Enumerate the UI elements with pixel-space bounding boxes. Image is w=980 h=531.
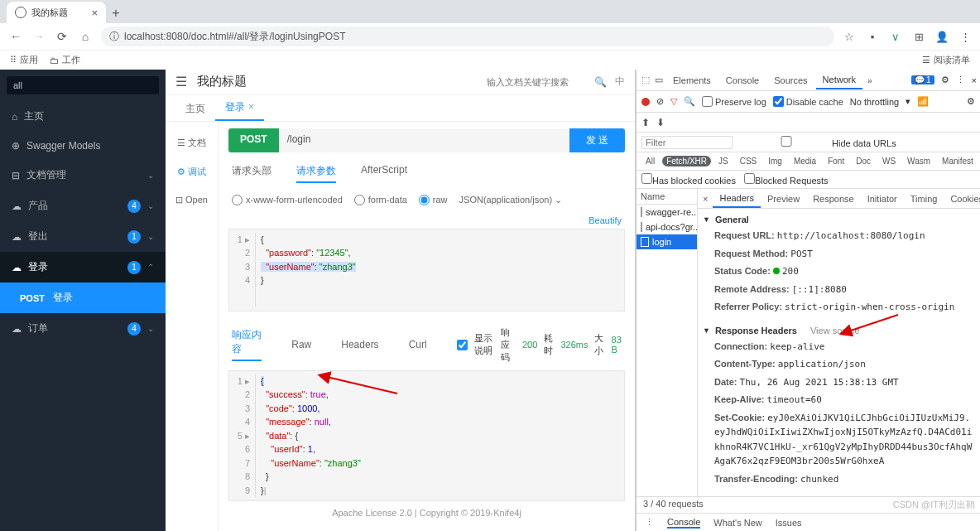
wifi-icon[interactable]: 📶 xyxy=(917,96,929,107)
beautify-button[interactable]: Beautify xyxy=(228,212,625,229)
request-body-editor[interactable]: 1 ▸234 { "password": "12345", "userName"… xyxy=(228,229,625,311)
hide-data-urls[interactable]: Hide data URLs xyxy=(741,136,896,148)
lang-icon[interactable]: 中 xyxy=(615,75,625,89)
blocked-requests[interactable]: Blocked Requests xyxy=(744,173,829,186)
new-tab-button[interactable]: + xyxy=(106,3,126,23)
close-icon[interactable]: × xyxy=(972,75,977,85)
drawer-whatsnew[interactable]: What's New xyxy=(713,518,761,528)
close-detail-icon[interactable]: × xyxy=(698,194,713,204)
reading-list-button[interactable]: ☰阅读清单 xyxy=(922,54,970,66)
type-manifest[interactable]: Manifest xyxy=(938,156,978,167)
sidebar-item-docs[interactable]: ⊟文档管理⌄ xyxy=(0,160,166,191)
type-doc[interactable]: Doc xyxy=(852,156,875,167)
sidebar-item-order[interactable]: ☁订单4⌄ xyxy=(0,313,166,344)
type-ws[interactable]: WS xyxy=(878,156,900,167)
message-count[interactable]: 💬1 xyxy=(911,75,934,84)
leftnav-open[interactable]: ⊡Open xyxy=(166,186,218,214)
reload-button[interactable]: ⟳ xyxy=(55,30,70,43)
response-body-editor[interactable]: 1 ▸2345 ▸6789 { "success": true, "code":… xyxy=(228,370,625,502)
sidebar-item-home[interactable]: ⌂主页 xyxy=(0,101,166,132)
request-body-code[interactable]: { "password": "12345", "userName": "zhan… xyxy=(256,233,621,307)
tab-after[interactable]: AfterScript xyxy=(361,164,407,183)
sidebar-api-login[interactable]: POST登录 xyxy=(0,282,166,313)
disable-cache-checkbox[interactable]: Disable cache xyxy=(773,96,843,107)
tab-resheaders[interactable]: Headers xyxy=(341,339,378,350)
type-all[interactable]: All xyxy=(641,156,659,167)
url-field[interactable]: ⓘ localhost:8080/doc.html#/all/登录/loginU… xyxy=(101,27,834,46)
preserve-log-checkbox[interactable]: Preserve log xyxy=(702,96,766,107)
bookmark-folder[interactable]: 🗀工作 xyxy=(50,54,80,66)
tab-params[interactable]: 请求参数 xyxy=(296,164,336,183)
type-wasm[interactable]: Wasm xyxy=(903,156,934,167)
path-field[interactable]: /login xyxy=(279,128,569,152)
ext-icon[interactable]: ▪ xyxy=(866,30,879,43)
apps-button[interactable]: ⠿应用 xyxy=(10,54,38,66)
drawer-console[interactable]: Console xyxy=(667,517,700,529)
throttle-select[interactable]: No throttling xyxy=(850,97,899,107)
drawer-issues[interactable]: Issues xyxy=(776,518,802,528)
forward-button[interactable]: → xyxy=(31,30,46,43)
close-icon[interactable]: × xyxy=(248,101,254,113)
back-button[interactable]: ← xyxy=(8,30,23,43)
tab-elements[interactable]: Elements xyxy=(666,72,718,89)
request-row-selected[interactable]: login xyxy=(637,234,697,249)
sidebar-item-login[interactable]: ☁登录1⌃ xyxy=(0,252,166,282)
tab-head[interactable]: 请求头部 xyxy=(232,164,271,183)
search-icon[interactable]: 🔍 xyxy=(684,96,695,107)
dtab-response[interactable]: Response xyxy=(806,191,861,207)
tab-raw[interactable]: Raw xyxy=(291,339,311,350)
record-button[interactable] xyxy=(641,98,650,106)
filter-icon[interactable]: ▽ xyxy=(670,96,677,107)
star-icon[interactable]: ☆ xyxy=(843,30,856,43)
section-header[interactable]: ▼General xyxy=(703,212,975,227)
dtab-initiator[interactable]: Initiator xyxy=(861,191,904,207)
tab-curl[interactable]: Curl xyxy=(409,339,427,350)
clear-icon[interactable]: ⊘ xyxy=(656,96,664,107)
tab-console[interactable]: Console xyxy=(719,72,766,89)
puzzle-icon[interactable]: ⊞ xyxy=(912,30,925,43)
view-source-link[interactable]: View source xyxy=(810,326,860,335)
section-header[interactable]: ▼Response HeadersView source xyxy=(703,323,975,338)
sidebar-item-product[interactable]: ☁产品4⌄ xyxy=(0,191,166,221)
blocked-cookies[interactable]: Has blocked cookies xyxy=(641,173,736,186)
tab-resbody[interactable]: 响应内容 xyxy=(232,328,262,361)
tab-sources[interactable]: Sources xyxy=(767,72,814,89)
type-media[interactable]: Media xyxy=(790,156,820,167)
sidebar-item-swagger[interactable]: ⊕Swagger Models xyxy=(0,132,166,160)
show-desc-checkbox[interactable] xyxy=(457,340,468,350)
filter-input[interactable] xyxy=(641,136,733,149)
leftnav-doc[interactable]: ☰文档 xyxy=(166,128,218,157)
export-icon[interactable]: ⬆ xyxy=(641,117,650,128)
home-button[interactable]: ⌂ xyxy=(78,30,93,43)
ct-form[interactable]: x-www-form-urlencoded xyxy=(232,195,343,205)
ct-formdata[interactable]: form-data xyxy=(354,195,407,205)
menu-toggle-icon[interactable]: ☰ xyxy=(175,74,187,89)
leftnav-debug[interactable]: ⚙调试 xyxy=(166,157,218,186)
sidebar-item-logout[interactable]: ☁登出1⌄ xyxy=(0,221,166,252)
menu-icon[interactable]: ⋮ xyxy=(956,75,965,85)
ct-json-select[interactable]: JSON(application/json) ⌄ xyxy=(459,195,563,205)
dtab-preview[interactable]: Preview xyxy=(761,191,806,207)
tab-home[interactable]: 主页 xyxy=(175,97,215,121)
ext-icon-2[interactable]: ∨ xyxy=(889,30,902,43)
profile-icon[interactable]: 👤 xyxy=(935,30,949,43)
send-button[interactable]: 发 送 xyxy=(569,128,625,152)
api-group-select[interactable]: all xyxy=(7,76,159,94)
more-tabs-icon[interactable]: » xyxy=(864,75,876,85)
inspect-icon[interactable]: ⬚ xyxy=(640,75,651,85)
search-icon[interactable]: 🔍 xyxy=(594,76,607,88)
close-icon[interactable]: × xyxy=(91,7,98,19)
request-row[interactable]: swagger-re... xyxy=(637,205,697,220)
browser-tab[interactable]: 我的标题 × xyxy=(7,2,106,23)
ct-raw[interactable]: raw xyxy=(419,195,448,205)
dtab-headers[interactable]: Headers xyxy=(713,190,761,208)
type-css[interactable]: CSS xyxy=(736,156,761,167)
dtab-cookies[interactable]: Cookies xyxy=(944,191,980,207)
gear-icon[interactable]: ⚙ xyxy=(967,96,975,107)
tab-network[interactable]: Network xyxy=(816,71,862,89)
device-icon[interactable]: ▭ xyxy=(653,75,665,85)
type-font[interactable]: Font xyxy=(824,156,848,167)
import-icon[interactable]: ⬇ xyxy=(656,117,665,128)
type-img[interactable]: Img xyxy=(764,156,786,167)
search-input[interactable] xyxy=(487,77,586,87)
